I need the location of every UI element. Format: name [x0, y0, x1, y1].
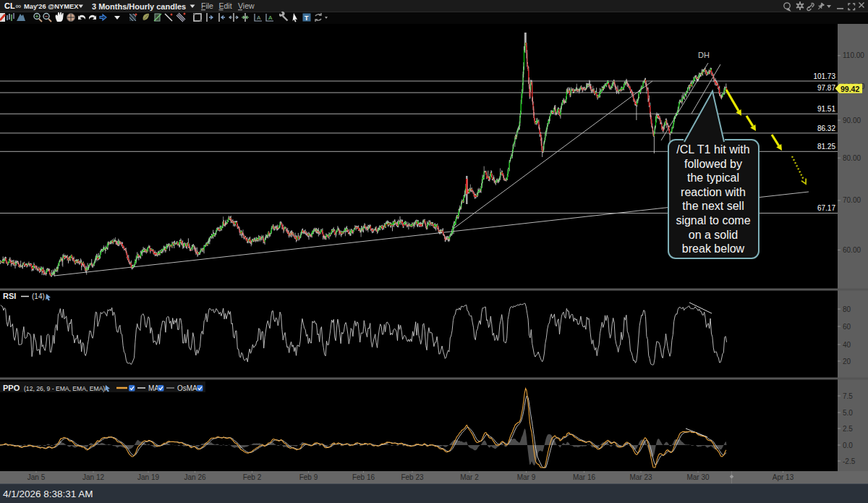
svg-text:60: 60 [843, 323, 851, 331]
svg-text:4/1/2026 8:38:31 AM: 4/1/2026 8:38:31 AM [3, 489, 93, 499]
svg-text:101.73: 101.73 [813, 72, 835, 80]
svg-text:A: A [257, 14, 261, 21]
svg-text:91.51: 91.51 [817, 105, 835, 113]
svg-text:Mar 9: Mar 9 [517, 473, 536, 481]
svg-text:60.00: 60.00 [843, 246, 861, 254]
svg-text:View: View [238, 1, 255, 10]
svg-text:on a solid: on a solid [689, 229, 739, 241]
svg-text:20: 20 [843, 358, 851, 365]
svg-text:0.0: 0.0 [843, 441, 853, 449]
svg-text:Jan 19: Jan 19 [137, 473, 159, 481]
svg-text:80.00: 80.00 [843, 154, 861, 162]
svg-text:(12, 26, 9 - EMA, EMA, EMA): (12, 26, 9 - EMA, EMA, EMA) [24, 385, 105, 392]
svg-text:110.00: 110.00 [843, 51, 864, 59]
svg-text:followed by: followed by [684, 158, 742, 170]
svg-text:the typical: the typical [687, 172, 739, 184]
svg-text:∞: ∞ [16, 1, 22, 10]
svg-text:File: File [201, 1, 213, 10]
svg-text:81.25: 81.25 [817, 143, 835, 151]
svg-text:-2.5: -2.5 [843, 457, 856, 465]
svg-text:40: 40 [843, 341, 851, 349]
svg-text:Feb 9: Feb 9 [299, 473, 318, 481]
svg-text:Feb 2: Feb 2 [243, 473, 262, 481]
svg-text:70.00: 70.00 [843, 196, 861, 204]
svg-text:Feb 16: Feb 16 [352, 473, 375, 481]
svg-text:Jan 5: Jan 5 [27, 473, 46, 481]
svg-text:May'26 @NYMEX: May'26 @NYMEX [24, 3, 79, 10]
svg-text:/CL T1 hit with: /CL T1 hit with [676, 143, 749, 156]
svg-text:Jan 12: Jan 12 [82, 473, 104, 481]
svg-text:Mar 30: Mar 30 [686, 473, 710, 481]
svg-text:86.32: 86.32 [817, 124, 835, 132]
svg-text:A: A [268, 14, 273, 21]
svg-text:(14): (14) [32, 292, 45, 300]
svg-text:Mar 2: Mar 2 [460, 473, 479, 481]
svg-text:Mar 23: Mar 23 [629, 473, 652, 481]
svg-text:67.17: 67.17 [817, 204, 835, 212]
svg-text:7.5: 7.5 [843, 392, 853, 400]
svg-text:signal to come: signal to come [676, 214, 750, 227]
svg-text:DH: DH [698, 51, 710, 59]
svg-text:97.87: 97.87 [817, 84, 835, 92]
svg-text:2.5: 2.5 [843, 425, 853, 433]
svg-text:Jan 26: Jan 26 [184, 473, 205, 481]
svg-text:Apr 13: Apr 13 [773, 473, 794, 481]
svg-text:Feb 23: Feb 23 [401, 473, 424, 481]
svg-text:Edit: Edit [219, 1, 232, 10]
svg-text:reaction with: reaction with [681, 186, 746, 198]
svg-text:90.00: 90.00 [843, 117, 861, 124]
svg-text:PPO: PPO [3, 384, 20, 392]
svg-text:80: 80 [843, 305, 851, 313]
svg-text:RSI: RSI [3, 292, 16, 300]
svg-text:the next sell: the next sell [682, 200, 744, 212]
svg-text:99.42: 99.42 [841, 85, 859, 93]
svg-text:5.0: 5.0 [843, 409, 853, 417]
svg-text:Mar 16: Mar 16 [573, 473, 596, 481]
svg-text:CL: CL [4, 1, 15, 10]
svg-text:break below: break below [682, 242, 745, 255]
svg-text:OsMA: OsMA [177, 384, 197, 392]
svg-text:T: T [305, 14, 309, 22]
svg-text:3 Months/Hourly candles: 3 Months/Hourly candles [92, 2, 186, 11]
